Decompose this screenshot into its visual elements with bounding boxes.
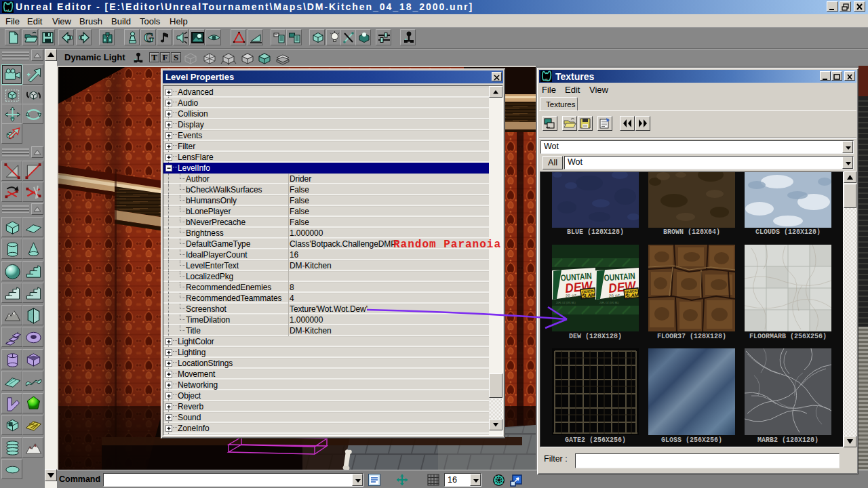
svg-text:20FL OZ (591 ML): 20FL OZ (591 ML) [599, 302, 619, 304]
svg-text:20FL OZ (591 ML): 20FL OZ (591 ML) [556, 302, 576, 304]
svg-text:G: G [144, 30, 154, 45]
